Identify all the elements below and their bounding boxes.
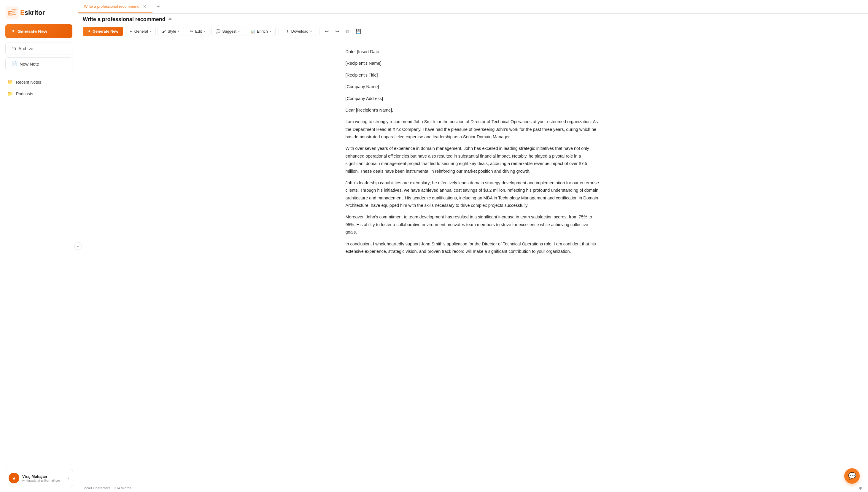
chevron-right-icon: ›: [68, 476, 69, 481]
paragraph-4: Moreover, John's commitment to team deve…: [346, 213, 601, 236]
undo-icon: ↩: [325, 28, 329, 34]
paragraph-1: I am writing to strongly recommend John …: [346, 118, 601, 141]
archive-button[interactable]: 🗃 Archive: [5, 42, 72, 55]
paragraph-2: With over seven years of experience in d…: [346, 145, 601, 175]
company-name: [Company Name]: [346, 83, 601, 91]
user-name: Viraj Mahajan: [22, 474, 65, 478]
logo-text: Eskritor: [20, 9, 45, 17]
svg-text:E: E: [8, 9, 12, 17]
character-count: 2240 Characters 314 Words: [84, 486, 131, 490]
chevron-left-icon: «: [77, 244, 79, 248]
editor-area[interactable]: Date: [Insert Date] [Recipient's Name] […: [78, 39, 868, 484]
chevron-down-icon-4: ▾: [238, 30, 240, 33]
star-icon-toolbar: ✦: [87, 29, 91, 33]
collapse-sidebar-button[interactable]: «: [74, 242, 82, 250]
upgrade-text: Up: [858, 486, 862, 490]
edit-button[interactable]: ✏ Edit ▾: [186, 27, 209, 36]
style-button[interactable]: 🖌 Style ▾: [157, 27, 184, 36]
svg-rect-4: [12, 14, 16, 15]
folder-icon-2: 📁: [7, 91, 13, 96]
sidebar-generate-button[interactable]: ✦ Generate New: [5, 24, 72, 38]
sidebar-item-podcasts[interactable]: 📁 Podcasts: [5, 88, 72, 99]
enrich-icon: 📊: [250, 29, 255, 33]
download-icon: ⬇: [286, 29, 289, 33]
toolbar: ✦ Generate New ✦ General ▾ 🖌 Style ▾ ✏ E…: [78, 24, 868, 39]
chat-fab-button[interactable]: 💬: [844, 468, 860, 484]
generate-new-button[interactable]: ✦ Generate New: [83, 27, 123, 36]
general-icon: ✦: [129, 29, 133, 33]
sidebar-item-recent-notes[interactable]: 📁 Recent Notes: [5, 76, 72, 88]
tab-write-professional[interactable]: Write a professional recommend ✕: [78, 1, 152, 13]
suggest-icon: 💬: [216, 29, 221, 33]
chevron-down-icon-5: ▾: [270, 30, 271, 33]
paragraph-3: John's leadership capabilities are exemp…: [346, 179, 601, 210]
recipient-name: [Recipient's Name]: [346, 60, 601, 67]
copy-button[interactable]: ⧉: [343, 27, 351, 35]
toolbar-separator-2: [319, 28, 320, 35]
new-note-button[interactable]: 📄 New Note: [5, 57, 72, 70]
save-icon: 💾: [355, 28, 361, 34]
logo-icon: E: [6, 6, 18, 19]
suggest-button[interactable]: 💬 Suggest ▾: [211, 27, 244, 36]
chevron-down-icon: ▾: [150, 30, 151, 33]
toolbar-separator: [279, 28, 279, 35]
svg-rect-2: [12, 9, 17, 10]
redo-button[interactable]: ↪: [333, 27, 341, 35]
main-content: Write a professional recommend ✕ + Write…: [78, 0, 868, 492]
recipient-title: [Recipient's Title]: [346, 72, 601, 79]
download-button[interactable]: ⬇ Download ▾: [282, 27, 316, 36]
folder-icon: 📁: [7, 79, 13, 85]
company-address: [Company Address]: [346, 95, 601, 102]
redo-icon: ↪: [335, 28, 339, 34]
edit-title-button[interactable]: ✏: [168, 16, 173, 23]
undo-button[interactable]: ↩: [323, 27, 331, 35]
paragraph-5: In conclusion, I wholeheartedly support …: [346, 240, 601, 255]
avatar: V: [8, 473, 19, 484]
user-email: writingwithviraj@gmail.cor: [22, 478, 65, 482]
svg-rect-3: [12, 11, 16, 13]
save-button[interactable]: 💾: [353, 27, 364, 35]
salutation: Dear [Recipient's Name],: [346, 106, 601, 114]
sidebar-nav: 📁 Recent Notes 📁 Podcasts: [0, 76, 78, 466]
copy-icon: ⧉: [346, 29, 349, 34]
chevron-down-icon-3: ▾: [204, 30, 205, 33]
tab-close-button[interactable]: ✕: [143, 4, 147, 9]
date-line: Date: [Insert Date]: [346, 48, 601, 55]
document-title-row: Write a professional recommend ✏: [78, 14, 868, 24]
enrich-button[interactable]: 📊 Enrich ▾: [246, 27, 276, 36]
chevron-down-icon-6: ▾: [310, 30, 312, 33]
tab-bar: Write a professional recommend ✕ +: [78, 0, 868, 14]
star-icon: ✦: [11, 28, 15, 34]
document-title: Write a professional recommend: [83, 16, 165, 23]
style-icon: 🖌: [162, 29, 166, 33]
chat-icon: 💬: [848, 472, 856, 480]
archive-icon: 🗃: [11, 46, 16, 51]
editor-content: Date: [Insert Date] [Recipient's Name] […: [346, 48, 601, 255]
logo: E Eskritor: [0, 0, 78, 24]
edit-toolbar-icon: ✏: [190, 29, 194, 33]
edit-icon: ✏: [169, 17, 172, 22]
user-info: Viraj Mahajan writingwithviraj@gmail.cor: [22, 474, 65, 482]
status-bar: 2240 Characters 314 Words Up: [78, 484, 868, 492]
new-note-icon: 📄: [11, 61, 17, 67]
chevron-down-icon-2: ▾: [178, 30, 179, 33]
general-button[interactable]: ✦ General ▾: [125, 27, 156, 36]
tab-add-button[interactable]: +: [152, 1, 164, 12]
user-profile[interactable]: V Viraj Mahajan writingwithviraj@gmail.c…: [5, 469, 73, 487]
